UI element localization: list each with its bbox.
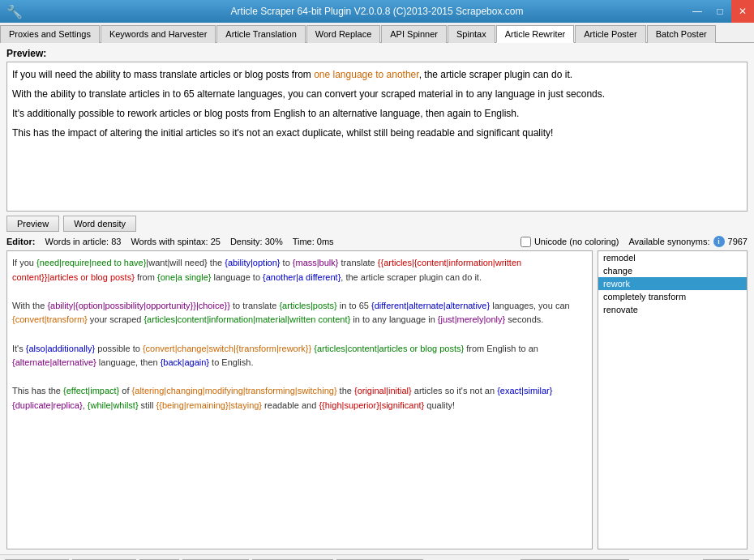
- preview-box[interactable]: If you will need the ability to mass tra…: [6, 62, 748, 212]
- time: Time: 0ms: [293, 237, 334, 246]
- available-synonyms-text: Available synonyms:: [628, 237, 709, 246]
- editor-p4: This has the {effect|impact} of {alterin…: [12, 384, 587, 413]
- synonym-renovate[interactable]: renovate: [598, 303, 747, 316]
- maximize-button[interactable]: □: [709, 0, 731, 23]
- tab-proxies[interactable]: Proxies and Settings: [0, 25, 100, 43]
- unicode-checkbox[interactable]: [521, 237, 531, 247]
- density: Density: 30%: [230, 237, 283, 246]
- synonyms-box[interactable]: remodel change rework completely transfo…: [598, 250, 748, 549]
- synonyms-count: 7967: [728, 237, 748, 246]
- synonym-rework[interactable]: rework: [598, 277, 747, 290]
- bottom-bar: Load article Save article Clear Auto spi…: [0, 554, 754, 560]
- tab-batch[interactable]: Batch Poster: [647, 25, 716, 43]
- preview-button[interactable]: Preview: [6, 216, 59, 232]
- window-controls: — □ ✕: [686, 0, 754, 23]
- editor-box[interactable]: If you {need|require|need to have}|want|…: [6, 250, 593, 549]
- main-content: Preview: If you will need the ability to…: [0, 43, 754, 554]
- preview-p3: It's additionally possible to rework art…: [12, 106, 742, 121]
- close-button[interactable]: ✕: [731, 0, 754, 23]
- editor-p1: If you {need|require|need to have}|want|…: [12, 256, 587, 284]
- title-bar: 🔧 Article Scraper 64-bit Plugin V2.0.0.8…: [0, 0, 754, 23]
- app-icon: 🔧: [6, 4, 23, 19]
- preview-p1: If you will need the ability to mass tra…: [12, 67, 742, 82]
- minimize-button[interactable]: —: [686, 0, 709, 23]
- tab-spintax[interactable]: Spintax: [448, 25, 495, 43]
- words-with-spintax: Words with spintax: 25: [131, 237, 220, 246]
- tab-rewriter[interactable]: Article Rewriter: [496, 25, 575, 43]
- preview-buttons: Preview Word density: [6, 216, 748, 232]
- unicode-checkbox-group: Unicode (no coloring): [521, 237, 619, 247]
- synonym-completely-transform[interactable]: completely transform: [598, 290, 747, 303]
- tab-poster[interactable]: Article Poster: [575, 25, 645, 43]
- window-title: Article Scraper 64-bit Plugin V2.0.0.8 (…: [231, 6, 524, 17]
- preview-label: Preview:: [6, 48, 748, 59]
- stats-bar: Editor: Words in article: 83 Words with …: [6, 236, 748, 247]
- preview-p4: This has the impact of altering the init…: [12, 126, 742, 140]
- tab-wordreplace[interactable]: Word Replace: [306, 25, 381, 43]
- synonyms-label-group: Available synonyms: i 7967: [628, 236, 748, 247]
- editor-p3: It's {also|additionally} possible to {co…: [12, 342, 587, 370]
- preview-p2: With the ability to translate articles i…: [12, 87, 742, 101]
- synonym-remodel[interactable]: remodel: [598, 251, 747, 264]
- word-density-button[interactable]: Word density: [63, 216, 136, 232]
- tab-translation[interactable]: Article Translation: [216, 25, 305, 43]
- editor-synonyms-area: If you {need|require|need to have}|want|…: [6, 250, 748, 549]
- tab-apispinner[interactable]: API Spinner: [381, 25, 447, 43]
- tab-bar: Proxies and Settings Keywords and Harves…: [0, 23, 754, 43]
- synonym-change[interactable]: change: [598, 264, 747, 277]
- info-icon[interactable]: i: [713, 236, 725, 247]
- editor-label: Editor:: [6, 237, 35, 246]
- unicode-label: Unicode (no coloring): [534, 237, 619, 246]
- editor-p2: With the {ability|{option|possibility|op…: [12, 299, 587, 327]
- words-in-article: Words in article: 83: [45, 237, 121, 246]
- tab-keywords[interactable]: Keywords and Harvester: [101, 25, 216, 43]
